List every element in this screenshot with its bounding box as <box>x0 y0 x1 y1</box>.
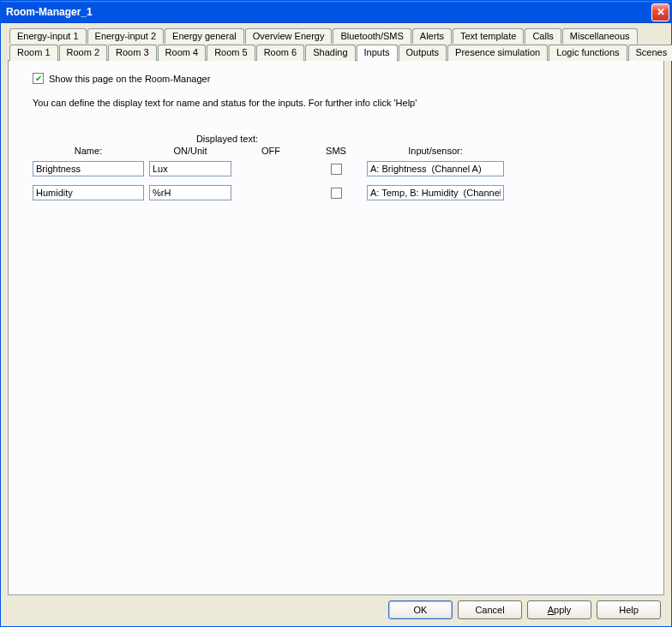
tab-calls[interactable]: Calls <box>525 28 561 44</box>
tab-logic-functions[interactable]: Logic functions <box>549 45 627 61</box>
tab-energy-input-2[interactable]: Energy-input 2 <box>87 28 165 44</box>
sms-cell: ✔ <box>310 164 362 175</box>
window-title: Room-Manager_1 <box>6 6 651 18</box>
header-displayed-text: Displayed text: <box>149 134 305 144</box>
tab-shading[interactable]: Shading <box>305 45 355 61</box>
name-input[interactable] <box>33 161 144 176</box>
tab-bluetooth-sms[interactable]: Bluetooth/SMS <box>333 28 411 44</box>
header-name: Name: <box>33 146 144 156</box>
header-off: OFF <box>237 146 305 156</box>
tab-panel-inputs: ✔ Show this page on the Room-Manager You… <box>8 60 664 595</box>
apply-button[interactable]: Apply <box>527 600 591 619</box>
description-text: You can define the display text for name… <box>33 98 650 108</box>
sensor-display[interactable] <box>367 185 504 200</box>
tab-inputs[interactable]: Inputs <box>357 45 398 62</box>
sensor-display[interactable] <box>367 161 504 176</box>
tab-presence-simulation[interactable]: Presence simulation <box>447 45 548 61</box>
header-on-unit: ON/Unit <box>149 146 231 156</box>
input-rows: ✔✔ <box>22 161 650 200</box>
show-page-label: Show this page on the Room-Manager <box>49 74 210 84</box>
tab-miscellaneous[interactable]: Miscellaneous <box>562 28 638 44</box>
tab-energy-general[interactable]: Energy general <box>165 28 244 44</box>
tab-room-5[interactable]: Room 5 <box>207 45 255 61</box>
dialog-window: Room-Manager_1 ✕ Energy-input 1Energy-in… <box>0 0 672 627</box>
sms-checkbox[interactable]: ✔ <box>331 164 342 175</box>
close-button[interactable]: ✕ <box>651 3 669 21</box>
on-unit-input[interactable] <box>149 161 231 176</box>
tab-room-1[interactable]: Room 1 <box>9 45 58 61</box>
on-unit-input[interactable] <box>149 185 231 200</box>
tab-strip: Energy-input 1Energy-input 2Energy gener… <box>8 28 664 60</box>
tab-overview-energy[interactable]: Overview Energy <box>245 28 333 44</box>
input-row: ✔ <box>33 161 650 176</box>
tab-row-2: Room 1Room 2Room 3Room 4Room 5Room 6Shad… <box>8 44 664 60</box>
show-page-checkbox[interactable]: ✔ <box>33 73 44 84</box>
tab-energy-input-1[interactable]: Energy-input 1 <box>9 28 87 44</box>
name-input[interactable] <box>33 185 144 200</box>
titlebar: Room-Manager_1 ✕ <box>1 1 671 23</box>
column-headers: Displayed text: Name: ON/Unit OFF SMS In… <box>33 134 650 156</box>
close-icon: ✕ <box>657 7 665 17</box>
tab-text-template[interactable]: Text template <box>453 28 524 44</box>
sms-checkbox[interactable]: ✔ <box>331 188 342 199</box>
cancel-button[interactable]: Cancel <box>458 600 522 619</box>
client-area: Energy-input 1Energy-input 2Energy gener… <box>1 23 671 626</box>
tab-room-2[interactable]: Room 2 <box>59 45 108 61</box>
tab-room-3[interactable]: Room 3 <box>108 45 157 61</box>
tab-outputs[interactable]: Outputs <box>399 45 447 61</box>
help-button[interactable]: Help <box>597 600 661 619</box>
tab-room-6[interactable]: Room 6 <box>256 45 305 61</box>
show-page-option[interactable]: ✔ Show this page on the Room-Manager <box>33 73 650 84</box>
tab-row-1: Energy-input 1Energy-input 2Energy gener… <box>8 28 664 44</box>
tab-scenes[interactable]: Scenes <box>628 45 672 61</box>
tab-alerts[interactable]: Alerts <box>412 28 452 44</box>
input-row: ✔ <box>33 185 650 200</box>
sms-cell: ✔ <box>310 188 362 199</box>
dialog-buttons: OK Cancel Apply Help <box>8 595 664 619</box>
tab-room-4[interactable]: Room 4 <box>158 45 207 61</box>
ok-button[interactable]: OK <box>388 600 453 619</box>
header-input-sensor: Input/sensor: <box>367 146 504 156</box>
header-sms: SMS <box>310 146 362 156</box>
